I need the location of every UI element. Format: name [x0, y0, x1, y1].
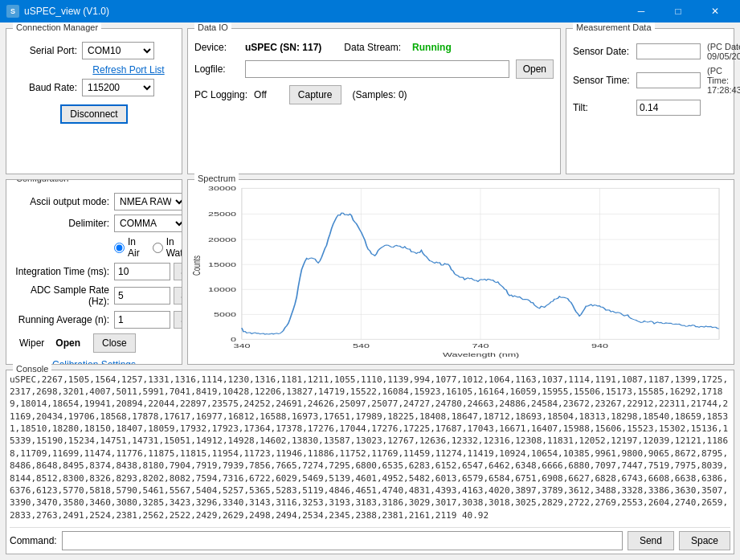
spectrum-title: Spectrum — [194, 174, 239, 183]
space-button[interactable]: Space — [679, 531, 730, 550]
svg-text:Counts: Counts — [191, 255, 202, 276]
svg-text:25000: 25000 — [208, 211, 236, 217]
app-title: uSPEC_view (V1.0) — [24, 6, 109, 17]
data-stream-label: Data Stream: — [344, 42, 401, 53]
pc-logging-label: PC Logging: — [194, 89, 247, 100]
pc-logging-value: Off — [254, 89, 267, 100]
ascii-output-select[interactable]: NMEA RAW CSV — [114, 193, 182, 211]
svg-text:Wavelength (nm): Wavelength (nm) — [443, 351, 519, 358]
device-label: Device: — [194, 42, 239, 53]
console-text-content: uSPEC,2267,1505,1564,1257,1331,1316,1114… — [10, 374, 728, 521]
connection-manager-title: Connection Manager — [13, 22, 101, 32]
capture-button[interactable]: Capture — [289, 85, 341, 104]
logfile-label: Logfile: — [194, 63, 239, 75]
baud-rate-select[interactable]: 115200 9600 57600 — [82, 79, 154, 96]
configuration-panel: Configuration Ascii output mode: NMEA RA… — [6, 179, 182, 365]
spectrum-panel: Spectrum 30000 — [187, 179, 734, 365]
wiper-label: Wiper — [19, 337, 44, 349]
device-value: uSPEC (SN: 117) — [245, 42, 321, 53]
command-label: Command: — [10, 535, 57, 546]
console-panel: Console uSPEC,2267,1505,1564,1257,1331,1… — [6, 370, 734, 555]
pc-time-label: (PC Time: 17:28:43) — [707, 66, 740, 95]
measurement-data-panel: Measurement Data Sensor Date: (PC Date: … — [566, 28, 734, 174]
adc-sample-rate-input[interactable] — [114, 287, 170, 305]
in-air-label: In Air — [128, 236, 140, 259]
in-water-radio-label[interactable]: In Water — [153, 236, 182, 259]
command-input[interactable] — [62, 531, 623, 550]
tilt-label: Tilt: — [573, 102, 633, 113]
wiper-status: Open — [55, 337, 80, 349]
svg-text:10000: 10000 — [208, 286, 236, 292]
svg-text:940: 940 — [591, 342, 608, 349]
configuration-title: Configuration — [13, 179, 72, 183]
console-output: uSPEC,2267,1505,1564,1257,1331,1316,1114… — [10, 374, 730, 525]
app-icon: S — [6, 5, 19, 18]
data-stream-value: Running — [412, 42, 452, 53]
serial-port-label: Serial Port: — [13, 45, 77, 56]
disconnect-button[interactable]: Disconnect — [60, 104, 127, 124]
integration-time-label: Integration Time (ms): — [13, 266, 109, 277]
adc-sample-rate-label: ADC Sample Rate (Hz): — [13, 284, 109, 307]
in-air-radio-label[interactable]: In Air — [114, 236, 140, 259]
samples-label: (Samples: 0) — [353, 89, 407, 100]
running-avg-input[interactable] — [114, 311, 170, 329]
window-controls: ─ □ ✕ — [623, 0, 734, 22]
console-title: Console — [13, 364, 51, 374]
svg-text:5000: 5000 — [214, 311, 236, 317]
svg-text:30000: 30000 — [208, 185, 236, 191]
logfile-input[interactable] — [245, 60, 509, 78]
maximize-button[interactable]: □ — [660, 0, 697, 22]
send-button[interactable]: Send — [628, 531, 674, 550]
set-integration-button[interactable]: Set — [174, 263, 182, 280]
delimiter-label: Delimiter: — [13, 218, 109, 229]
sensor-time-label: Sensor Time: — [573, 75, 633, 86]
svg-text:740: 740 — [472, 342, 489, 349]
sensor-date-input[interactable] — [636, 43, 701, 59]
serial-port-select[interactable]: COM10 COM1 COM2 — [82, 42, 154, 59]
sensor-date-label: Sensor Date: — [573, 46, 633, 57]
in-air-radio[interactable] — [114, 243, 125, 253]
svg-text:20000: 20000 — [208, 236, 236, 243]
ascii-output-label: Ascii output mode: — [13, 196, 109, 207]
svg-text:15000: 15000 — [208, 261, 236, 268]
svg-text:540: 540 — [353, 342, 370, 349]
set-adc-button[interactable]: Set — [174, 287, 182, 305]
close-button[interactable]: ✕ — [697, 0, 734, 22]
title-bar: S uSPEC_view (V1.0) ─ □ ✕ — [0, 0, 740, 22]
baud-rate-label: Baud Rate: — [13, 82, 77, 93]
spectrum-chart: 30000 25000 20000 15000 10000 5000 0 340… — [191, 185, 730, 361]
delimiter-select[interactable]: COMMA TAB SPACE — [114, 215, 182, 232]
refresh-port-link[interactable]: Refresh Port List — [82, 64, 175, 76]
in-water-label: In Water — [166, 236, 182, 259]
in-water-radio[interactable] — [153, 243, 163, 253]
svg-text:340: 340 — [233, 342, 250, 349]
integration-time-input[interactable] — [114, 263, 170, 280]
sensor-time-input[interactable] — [636, 72, 701, 88]
tilt-input[interactable] — [636, 100, 701, 116]
connection-manager-panel: Connection Manager Serial Port: COM10 CO… — [6, 28, 182, 174]
minimize-button[interactable]: ─ — [623, 0, 660, 22]
medium-radio-group: In Air In Water — [114, 236, 175, 259]
data-io-panel: Data IO Device: uSPEC (SN: 117) Data Str… — [187, 28, 561, 174]
data-io-title: Data IO — [194, 22, 231, 32]
pc-date-label: (PC Date: 09/05/2017) — [707, 42, 740, 61]
wiper-close-button[interactable]: Close — [93, 333, 136, 353]
set-avg-button[interactable]: Set — [174, 311, 182, 329]
open-button[interactable]: Open — [516, 59, 554, 79]
running-avg-label: Running Average (n): — [13, 314, 109, 325]
measurement-data-title: Measurement Data — [573, 22, 655, 32]
